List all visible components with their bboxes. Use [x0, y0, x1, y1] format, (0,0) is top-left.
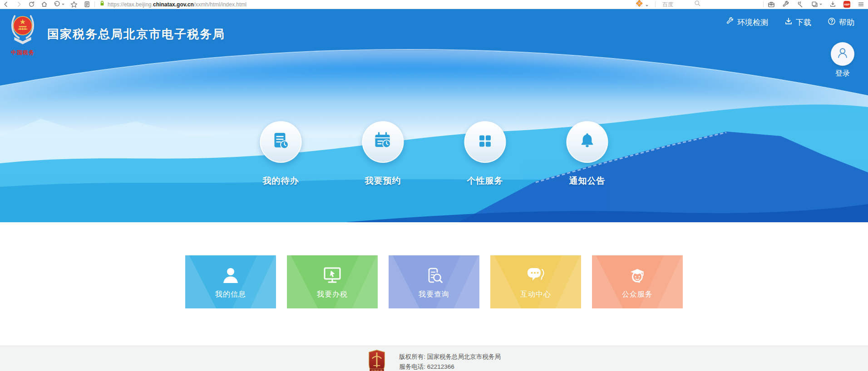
quick-action-my-todo[interactable]: 我的待办: [260, 121, 302, 187]
forward-icon[interactable]: [15, 1, 22, 8]
url-bar[interactable]: https://etax.beijing.chinatax.gov.cn/xxm…: [108, 1, 247, 8]
caret-down-icon: [62, 4, 64, 5]
quick-actions-row: 我的待办 我要预约 个性服务 通知公告: [260, 121, 609, 187]
user-icon: [220, 265, 241, 286]
footer: 党政机关 版权所有: 国家税务总局北京市税务局 服务电话: 62212366: [0, 346, 868, 371]
nav-card-interaction[interactable]: 互动中心: [490, 255, 581, 308]
refresh-icon[interactable]: [28, 1, 35, 8]
todo-document-clock-icon: [271, 131, 291, 153]
help-link[interactable]: 帮助: [828, 17, 854, 28]
logo-caption: 中国税务: [7, 49, 38, 57]
nav-card-public-service[interactable]: 公众服务: [592, 255, 683, 308]
login-button[interactable]: 登录: [829, 42, 856, 78]
caret-down-icon: [819, 4, 822, 5]
help-icon: [828, 17, 836, 28]
quick-action-personal-services[interactable]: 个性服务: [464, 121, 507, 187]
hero-banner: 中国税务 国家税务总局北京市电子税务局 环境检测 下载 帮助 登录 我的待办: [0, 9, 868, 222]
tax-emblem-icon: [9, 12, 37, 47]
adblock-badge[interactable]: ABP: [843, 1, 850, 8]
quick-action-appointment[interactable]: 我要预约: [362, 121, 404, 187]
footer-badge-label: 党政机关: [371, 369, 383, 371]
wrench-icon: [726, 17, 734, 28]
nav-card-label: 我要办税: [317, 290, 348, 299]
history-undo-icon[interactable]: [54, 1, 64, 8]
copyright-text: 版权所有: 国家税务总局北京市税务局: [399, 352, 501, 362]
url-prefix: https://etax.beijing.: [108, 1, 153, 8]
bell-notice-icon: [578, 132, 597, 152]
header-links: 环境检测 下载 帮助: [726, 17, 854, 28]
reading-list-icon[interactable]: [84, 1, 90, 8]
service-phone-text: 服务电话: 62212366: [399, 362, 501, 371]
home-icon[interactable]: [41, 1, 48, 8]
nav-card-label: 公众服务: [622, 290, 653, 299]
bookmark-star-icon[interactable]: [70, 1, 78, 8]
quick-tools-icon[interactable]: [797, 1, 804, 8]
quick-action-label: 通知公告: [566, 175, 609, 187]
download-label: 下载: [796, 17, 811, 28]
lock-icon: [99, 0, 105, 9]
grid-services-icon: [476, 132, 495, 152]
search-input[interactable]: [662, 1, 691, 8]
main-section: 我的信息 我要办税 我要查询 互动中心 公众服务: [0, 222, 868, 346]
window-switch-icon[interactable]: [811, 1, 822, 8]
menu-icon[interactable]: [858, 1, 864, 8]
back-icon[interactable]: [3, 1, 10, 8]
quick-action-label: 个性服务: [464, 175, 507, 187]
env-check-link[interactable]: 环境检测: [726, 17, 768, 28]
nav-cards-row: 我的信息 我要办税 我要查询 互动中心 公众服务: [185, 222, 683, 308]
divider: [655, 1, 656, 7]
quick-action-notices[interactable]: 通知公告: [566, 121, 609, 187]
url-path: /xxmh/html/index.html: [194, 1, 247, 8]
nav-card-label: 我要查询: [419, 290, 449, 299]
download-icon: [784, 17, 793, 28]
quick-action-label: 我要预约: [362, 175, 404, 187]
footer-badge-icon: 党政机关: [367, 349, 386, 371]
wrench-tool-icon[interactable]: [782, 1, 789, 8]
monitor-cursor-icon: [322, 265, 343, 286]
login-label: 登录: [829, 69, 856, 78]
quick-action-label: 我的待办: [260, 175, 302, 187]
help-label: 帮助: [839, 17, 854, 28]
nav-card-my-info[interactable]: 我的信息: [185, 255, 276, 308]
search-engine-icon[interactable]: [636, 0, 643, 9]
page-title: 国家税务总局北京市电子税务局: [47, 26, 225, 42]
chat-bubble-icon: [525, 265, 546, 286]
toolbox-icon[interactable]: [768, 1, 775, 8]
download-link[interactable]: 下载: [784, 17, 811, 28]
nav-card-label: 互动中心: [520, 290, 551, 299]
nav-card-do-tax[interactable]: 我要办税: [287, 255, 378, 308]
avatar-icon: [835, 45, 850, 63]
nav-card-inquiry[interactable]: 我要查询: [389, 255, 479, 308]
app-logo[interactable]: 中国税务: [7, 12, 38, 57]
graduate-headset-icon: [627, 265, 648, 286]
downloads-icon[interactable]: [829, 1, 836, 8]
divider: [94, 1, 95, 7]
caret-down-icon[interactable]: [646, 0, 648, 9]
env-check-label: 环境检测: [737, 17, 768, 28]
nav-card-label: 我的信息: [215, 290, 246, 299]
url-domain: chinatax.gov.cn: [153, 1, 194, 8]
calendar-appointment-icon: [373, 131, 394, 153]
divider: [763, 1, 764, 7]
browser-toolbar: https://etax.beijing.chinatax.gov.cn/xxm…: [0, 0, 868, 9]
document-search-icon: [424, 265, 444, 286]
search-icon[interactable]: [694, 0, 701, 9]
